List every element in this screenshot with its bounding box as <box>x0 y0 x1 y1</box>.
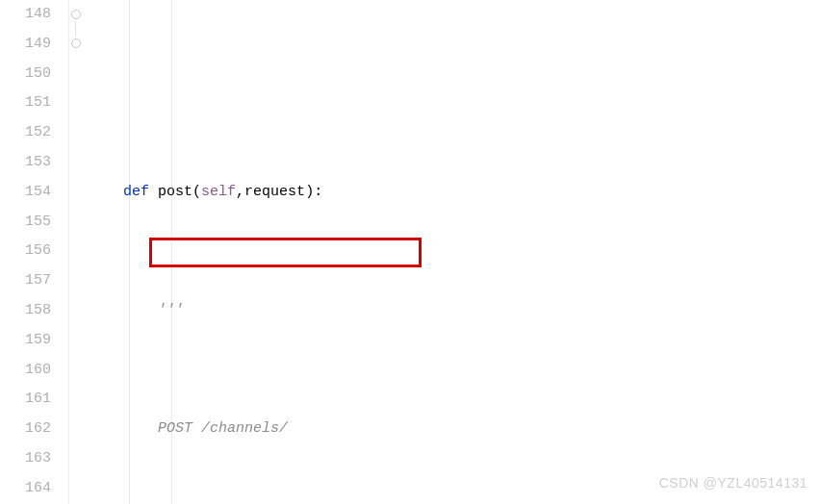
code-line[interactable]: ''' <box>89 296 819 326</box>
param-name: request <box>244 184 305 200</box>
docstring-text: POST /channels/ <box>158 420 288 437</box>
fold-toggle-icon[interactable] <box>71 38 81 48</box>
line-number: 162 <box>0 415 51 444</box>
line-number: 156 <box>0 237 51 266</box>
code-line[interactable]: POST /channels/ <box>89 415 819 444</box>
line-number: 154 <box>0 178 51 208</box>
line-number: 150 <box>0 60 51 89</box>
docstring-quote: ''' <box>158 302 184 318</box>
line-number: 161 <box>0 385 51 415</box>
function-name: post <box>158 184 192 200</box>
watermark-text: CSDN @YZL40514131 <box>659 468 807 498</box>
line-number: 152 <box>0 118 51 148</box>
line-number: 151 <box>0 88 51 118</box>
keyword-def: def <box>123 184 149 200</box>
line-number: 160 <box>0 356 51 386</box>
fold-toggle-icon[interactable] <box>71 10 81 19</box>
line-number: 164 <box>0 474 51 504</box>
line-number: 153 <box>0 148 51 178</box>
line-number: 158 <box>0 296 51 326</box>
line-number: 149 <box>0 30 51 60</box>
line-number: 157 <box>0 266 51 296</box>
self-param: self <box>201 184 236 200</box>
line-number: 155 <box>0 208 51 238</box>
fold-region <box>69 0 87 504</box>
code-line[interactable]: def post(self,request): <box>89 178 819 208</box>
line-number-gutter: 148 149 150 151 152 153 154 155 156 157 … <box>0 0 69 504</box>
line-number: 148 <box>0 0 51 30</box>
line-number: 159 <box>0 326 51 356</box>
line-number: 163 <box>0 444 51 474</box>
annotation-highlight-box <box>149 238 422 267</box>
